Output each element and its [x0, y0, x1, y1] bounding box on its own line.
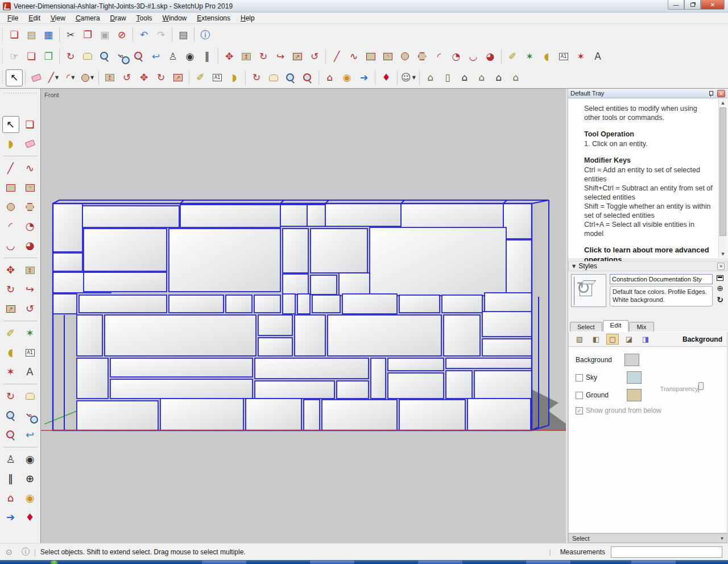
dropdown-arrow-icon[interactable]: ▼	[71, 75, 75, 80]
orbit-icon[interactable]: ↻	[62, 48, 79, 65]
view-back-icon[interactable]: ⌂	[473, 69, 490, 86]
new-file-icon[interactable]: ❏	[6, 26, 23, 43]
modeling-settings-icon[interactable]: ◨	[639, 334, 652, 345]
pan-icon[interactable]	[79, 48, 96, 65]
taskbar-window-button[interactable]	[631, 561, 676, 564]
styles-section-header[interactable]: ▼ Styles ✕	[568, 261, 727, 271]
stone-face[interactable]	[370, 227, 506, 296]
zoom-previous-icon[interactable]: ↩	[22, 426, 39, 443]
3d-text-icon[interactable]: A	[22, 363, 39, 380]
stone-face[interactable]	[53, 294, 77, 314]
zoom-extents-icon[interactable]	[130, 48, 147, 65]
zoom-icon[interactable]	[282, 69, 299, 86]
stone-face[interactable]	[77, 315, 102, 356]
share-model-icon[interactable]: ➔	[2, 509, 19, 526]
stone-face[interactable]	[258, 338, 292, 356]
close-button[interactable]: ✕	[701, 0, 725, 10]
stone-face[interactable]	[283, 229, 308, 273]
rectangle-icon[interactable]	[2, 179, 19, 196]
arc-tool-icon[interactable]: ◜▼	[62, 69, 79, 86]
stone-face[interactable]	[325, 204, 401, 226]
rectangle-icon[interactable]	[362, 48, 379, 65]
model-info-icon[interactable]: ⓘ	[197, 26, 214, 43]
offset-icon[interactable]: ↺	[118, 69, 135, 86]
ground-checkbox[interactable]	[576, 392, 583, 399]
ground-color-swatch[interactable]	[627, 389, 642, 401]
select-tool-icon[interactable]: ↖	[2, 116, 19, 133]
protractor-icon[interactable]: ◖	[538, 48, 555, 65]
select-tool-icon[interactable]: ↖	[6, 69, 23, 86]
delete-icon[interactable]: ⊘	[113, 26, 130, 43]
stone-face[interactable]	[258, 315, 292, 335]
extension-warehouse-icon[interactable]: ◉	[22, 490, 39, 507]
push-pull-icon[interactable]: ↥	[22, 262, 39, 279]
transparency-slider[interactable]	[698, 385, 699, 393]
look-around-icon[interactable]: ◉	[181, 48, 198, 65]
menu-help[interactable]: Help	[235, 13, 260, 23]
pan-icon[interactable]	[265, 69, 282, 86]
scrollbar-thumb[interactable]	[719, 107, 726, 236]
scroll-up-icon[interactable]: ▲	[719, 99, 727, 107]
watermark-settings-icon[interactable]: ◪	[623, 334, 635, 345]
push-pull-icon[interactable]: ↥	[101, 69, 118, 86]
stone-face[interactable]	[280, 205, 307, 226]
taskbar-window-button[interactable]	[310, 561, 354, 564]
arc-3pt-icon[interactable]: ◡	[2, 237, 19, 254]
background-color-swatch[interactable]	[624, 354, 639, 366]
zoom-window-icon[interactable]	[22, 407, 39, 424]
undo-icon[interactable]: ↶	[135, 26, 152, 43]
stone-face[interactable]	[53, 253, 82, 271]
rotated-rectangle-icon[interactable]: ◝	[22, 179, 39, 196]
sky-checkbox[interactable]	[576, 374, 583, 381]
stone-face[interactable]	[180, 205, 280, 227]
update-style-icon[interactable]: ↻	[717, 296, 723, 304]
taskbar-window-button[interactable]	[526, 561, 570, 564]
scale-icon[interactable]: ↗	[2, 300, 19, 317]
style-name-input[interactable]: Construction Documentation Sty	[610, 274, 713, 284]
stone-face[interactable]	[474, 371, 532, 399]
offset-icon[interactable]: ↺	[306, 48, 323, 65]
pie-filled-icon[interactable]: ◕	[482, 48, 499, 65]
zoom-extents-icon[interactable]	[2, 426, 19, 443]
tray-close-button[interactable]: ✕	[717, 90, 725, 97]
ruby-extensions-icon[interactable]: ♦	[22, 509, 39, 526]
freehand-icon[interactable]: ∿	[345, 48, 362, 65]
create-style-icon[interactable]: ⊕	[717, 284, 723, 292]
account-icon[interactable]: ☺▼	[400, 69, 417, 86]
move-icon[interactable]: ✥	[2, 262, 19, 279]
stone-face[interactable]	[485, 293, 532, 313]
stone-face[interactable]	[342, 294, 397, 314]
stone-face[interactable]	[399, 400, 465, 430]
stone-face[interactable]	[110, 379, 253, 399]
stone-face[interactable]	[482, 312, 532, 337]
stone-face[interactable]	[388, 358, 444, 371]
push-pull-icon[interactable]: ↥	[238, 48, 255, 65]
menu-view[interactable]: View	[46, 13, 71, 23]
stone-face[interactable]	[312, 295, 340, 313]
dimension-icon[interactable]: ✶	[521, 48, 538, 65]
copy-icon[interactable]: ❐	[79, 26, 96, 43]
freehand-icon[interactable]: ∿	[22, 160, 39, 177]
windows-taskbar[interactable]	[0, 560, 728, 564]
stone-face[interactable]	[482, 339, 532, 356]
background-settings-icon[interactable]: ▢	[606, 334, 619, 345]
eraser-icon[interactable]	[22, 135, 39, 152]
stone-face[interactable]	[84, 229, 167, 271]
print-icon[interactable]: ▤	[175, 26, 192, 43]
ruby-extensions-icon[interactable]: ♦	[378, 69, 395, 86]
view-iso-icon[interactable]: ⌂	[422, 69, 439, 86]
stone-face[interactable]	[322, 400, 397, 430]
stone-face[interactable]	[297, 294, 310, 314]
stone-face[interactable]	[254, 295, 280, 313]
follow-me-icon[interactable]: ↪	[22, 281, 39, 298]
measurements-input[interactable]	[611, 546, 722, 558]
edge-settings-icon[interactable]: ▧	[573, 334, 586, 345]
stone-face[interactable]	[53, 204, 82, 252]
follow-me-icon[interactable]: ↪	[272, 48, 289, 65]
stone-face[interactable]	[79, 295, 167, 313]
instructor-scrollbar[interactable]: ▲ ▼	[718, 99, 727, 258]
taskbar-window-button[interactable]	[418, 561, 462, 564]
geolocation-icon[interactable]: ⊙	[6, 548, 13, 557]
zoom-previous-icon[interactable]: ↩	[147, 48, 164, 65]
make-component-icon[interactable]: ❏	[22, 116, 39, 133]
